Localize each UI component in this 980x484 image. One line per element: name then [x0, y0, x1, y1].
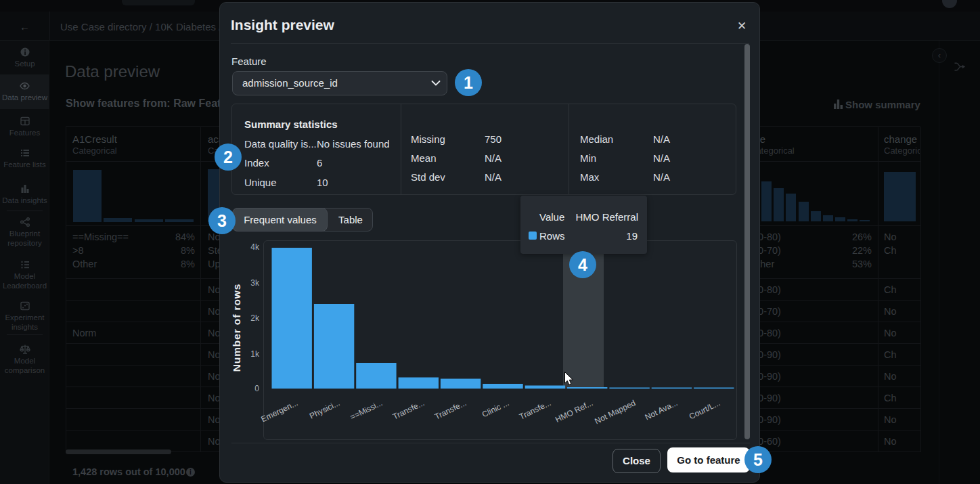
- svg-text:2k: 2k: [250, 313, 260, 323]
- svg-text:HMO Ref...: HMO Ref...: [554, 398, 594, 424]
- svg-text:Transfe...: Transfe...: [391, 398, 426, 422]
- svg-text:Not Mapped: Not Mapped: [593, 398, 637, 426]
- svg-text:Transfe...: Transfe...: [433, 398, 468, 422]
- svg-text:Number of rows: Number of rows: [231, 284, 242, 372]
- svg-text:Transfe...: Transfe...: [518, 398, 552, 422]
- svg-text:==Missi...: ==Missi...: [349, 398, 384, 422]
- svg-text:Not Ava...: Not Ava...: [644, 398, 680, 422]
- svg-text:Physici...: Physici...: [308, 398, 341, 421]
- svg-text:4k: 4k: [250, 242, 260, 252]
- svg-text:1k: 1k: [250, 349, 260, 359]
- svg-text:Clinic ...: Clinic ...: [481, 398, 511, 419]
- svg-text:Emergen...: Emergen...: [259, 398, 299, 424]
- svg-text:3k: 3k: [250, 278, 260, 288]
- svg-text:0: 0: [254, 384, 259, 393]
- svg-text:Court/L...: Court/L...: [688, 398, 722, 421]
